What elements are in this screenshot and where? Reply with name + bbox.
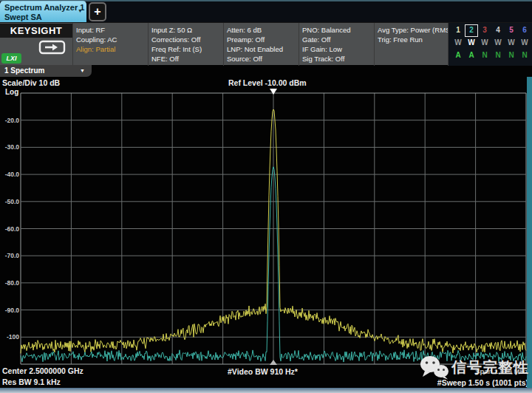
scale-div-annotation[interactable]: Scale/Div 10 dB (2, 78, 60, 87)
wechat-icon (420, 355, 449, 380)
video-top-artifact (0, 0, 532, 1)
y-axis-label: -60.0 (5, 225, 20, 233)
video-edge-artifact (527, 77, 532, 388)
measurement-selector-label: 1 Spectrum (4, 66, 44, 75)
chevron-down-icon: ▼ (80, 65, 85, 77)
y-axis-label: -100 (7, 333, 19, 341)
video-bottom-artifact (0, 388, 532, 393)
y-axis-label: -50.0 (5, 198, 20, 205)
y-axis-label: -90.0 (5, 307, 20, 314)
y-axis-label: -80.0 (5, 279, 20, 287)
y-axis-label: -40.0 (5, 171, 20, 178)
res-bw-annotation[interactable]: Res BW 9.1 kHz (2, 377, 61, 386)
log-scale-label: Log (5, 88, 18, 96)
video-bw-annotation[interactable]: #Video BW 910 Hz* (228, 367, 298, 376)
center-frequency-annotation[interactable]: Center 2.5000000 GHz (2, 366, 83, 375)
y-axis-label: -30.0 (5, 143, 20, 151)
center-freq-indicator (270, 360, 277, 365)
spectrum-display: -20.0-30.0-40.0-50.0-60.0-70.0-80.0-90.0… (0, 0, 532, 393)
watermark-text: 信号完整性 (451, 358, 529, 377)
marker-triangle-down (270, 89, 277, 95)
spectrum-analyzer-screen: Spectrum Analyzer 1 Swept SA ▼ + KEYSIGH… (0, 0, 532, 393)
watermark: 信号完整性 (420, 355, 529, 380)
measurement-selector[interactable]: 1 Spectrum ▼ (0, 65, 92, 77)
y-axis-label: -20.0 (5, 117, 20, 124)
ref-level-annotation[interactable]: Ref Level -10.00 dBm (228, 78, 307, 87)
y-axis-label: -70.0 (5, 252, 20, 259)
